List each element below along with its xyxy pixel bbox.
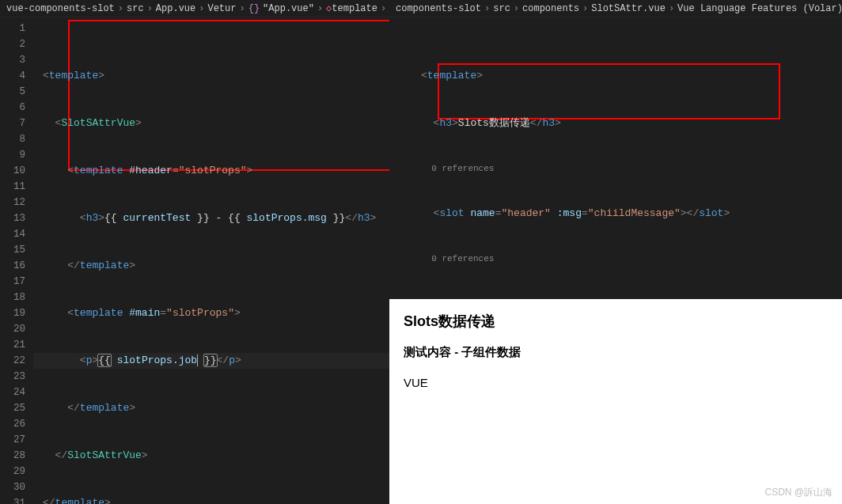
gutter	[389, 17, 412, 299]
crumb[interactable]: src	[127, 3, 144, 14]
right-code[interactable]: <template> <h3>Slots数据传递</h3> 0 referenc…	[412, 17, 842, 299]
crumb[interactable]: SlotSAttr.vue	[591, 3, 666, 14]
preview-title: Slots数据传递	[404, 312, 828, 331]
preview-row: VUE	[404, 376, 828, 389]
crumb[interactable]: components-slot	[396, 3, 481, 14]
references[interactable]: 0 references	[431, 164, 494, 173]
breadcrumb-left[interactable]: vue-components-slot› src› App.vue› Vetur…	[0, 0, 389, 17]
crumb[interactable]: Vetur	[207, 3, 236, 14]
crumb[interactable]: Vue Language Features (Volar)	[677, 3, 842, 14]
crumb[interactable]: components	[522, 3, 579, 14]
gutter: 1234567891011121314151617181920212223242…	[0, 17, 33, 504]
crumb[interactable]: "App.vue"	[263, 3, 314, 14]
left-editor[interactable]: 1234567891011121314151617181920212223242…	[0, 17, 389, 504]
left-code[interactable]: <template> <SlotSAttrVue> <template #hea…	[33, 17, 389, 504]
watermark: CSDN @訴山海	[764, 486, 833, 499]
crumb[interactable]: App.vue	[156, 3, 195, 14]
right-pane: components-slot› src› components› SlotSA…	[389, 0, 842, 504]
breadcrumb-right[interactable]: components-slot› src› components› SlotSA…	[389, 0, 842, 17]
preview-row: 测试内容 - 子组件数据	[404, 345, 828, 360]
preview-panel: Slots数据传递 测试内容 - 子组件数据 VUE CSDN @訴山海	[389, 299, 842, 504]
crumb[interactable]: vue-components-slot	[6, 3, 115, 14]
red-highlight-box	[68, 20, 389, 171]
crumb[interactable]: template	[332, 3, 377, 14]
right-editor[interactable]: <template> <h3>Slots数据传递</h3> 0 referenc…	[389, 17, 842, 299]
crumb[interactable]: src	[493, 3, 510, 14]
left-editor-pane: vue-components-slot› src› App.vue› Vetur…	[0, 0, 389, 504]
references[interactable]: 0 references	[431, 254, 494, 263]
